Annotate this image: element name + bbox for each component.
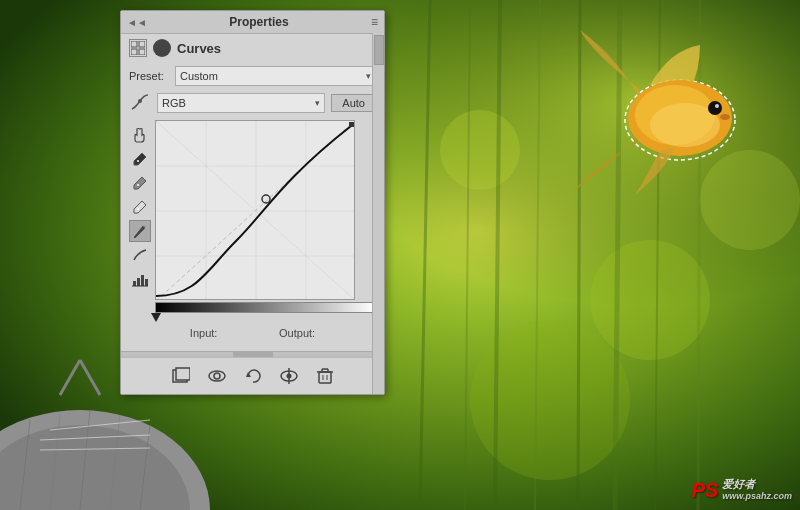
collapse-button[interactable]: ◄◄ [127,17,147,28]
svg-point-4 [700,150,800,250]
curves-graph-container [155,120,376,313]
svg-point-37 [138,99,142,103]
curves-title: Curves [177,41,221,56]
histogram-tool-button[interactable] [129,268,151,290]
hand-icon [132,127,148,143]
scrollbar-thumb[interactable] [374,35,384,65]
layer-type-icon[interactable] [153,39,171,57]
visibility-toggle-button[interactable] [205,364,229,388]
svg-rect-41 [133,281,136,286]
curve-channel-icon[interactable] [129,92,151,114]
auto-button[interactable]: Auto [331,94,376,112]
preset-label: Preset: [129,70,169,82]
preset-value: Custom [180,70,218,82]
svg-point-59 [214,373,220,379]
eyedropper-black-button[interactable] [129,148,151,170]
eyedropper-black-icon [132,151,148,167]
svg-point-2 [590,240,710,360]
ps-logo: PS [692,479,719,502]
curves-section [129,120,376,313]
gradient-bar-container [155,302,376,313]
eye-icon [280,367,298,385]
pencil-icon [132,223,148,239]
preset-dropdown[interactable]: Custom ▾ [175,66,376,86]
svg-line-13 [698,0,700,510]
watermark-text: 爱好者 www.psahz.com [722,478,792,502]
grid-svg [131,41,145,55]
panel-menu-button[interactable]: ≡ [371,15,378,29]
panel-body: Preset: Custom ▾ RGB ▾ Auto [121,62,384,347]
curves-tools [129,124,151,290]
new-layer-icon [172,367,190,385]
watermark-name: 爱好者 [722,478,792,491]
svg-point-30 [708,101,722,115]
gradient-bar [155,302,376,313]
preset-row: Preset: Custom ▾ [129,66,376,86]
channel-chevron-icon: ▾ [315,98,320,108]
hand-tool-button[interactable] [129,124,151,146]
delete-button[interactable] [313,364,337,388]
pencil-tool-button[interactable] [129,220,151,242]
svg-rect-36 [139,49,145,55]
eye-button[interactable] [277,364,301,388]
eyedropper-gray-icon [132,175,148,191]
black-point-slider[interactable] [151,313,161,322]
histogram-icon [132,271,148,287]
svg-rect-35 [131,49,137,55]
svg-rect-42 [137,278,140,286]
io-labels-row: Input: Output: [129,325,376,343]
adjustments-grid-icon[interactable] [129,39,147,57]
watermark-url: www.psahz.com [722,491,792,502]
svg-point-31 [715,104,719,108]
panel-footer [121,357,384,394]
svg-point-32 [720,114,730,120]
new-layer-button[interactable] [169,364,193,388]
smooth-tool-button[interactable] [129,244,151,266]
visibility-icon [208,367,226,385]
curves-header: Curves [121,34,384,62]
curve-icon-svg [130,93,150,113]
svg-point-5 [440,110,520,190]
eyedropper-gray-button[interactable] [129,172,151,194]
svg-rect-43 [141,275,144,286]
channel-row: RGB ▾ Auto [129,92,376,114]
panel-scrollbar[interactable] [372,33,384,394]
input-label: Input: [190,327,218,339]
curves-graph[interactable] [155,120,355,300]
eyedropper-white-button[interactable] [129,196,151,218]
preset-chevron-icon: ▾ [366,71,371,81]
svg-rect-55 [349,122,354,127]
svg-point-39 [137,184,139,186]
reset-icon [244,367,262,385]
reset-button[interactable] [241,364,265,388]
svg-rect-33 [131,41,137,47]
svg-rect-64 [319,372,331,383]
svg-rect-57 [176,368,190,380]
svg-line-10 [578,0,580,510]
panel-titlebar: ◄◄ Properties ≡ [121,11,384,34]
channel-dropdown[interactable]: RGB ▾ [157,93,325,113]
output-label: Output: [279,327,315,339]
smooth-icon [132,247,148,263]
svg-rect-34 [139,41,145,47]
channel-value: RGB [162,97,186,109]
svg-rect-44 [145,279,148,286]
svg-point-38 [137,160,139,162]
trash-icon [316,367,334,385]
properties-panel: ◄◄ Properties ≡ Curves Preset: Custom ▾ [120,10,385,395]
eyedropper-white-icon [132,199,148,215]
watermark: PS 爱好者 www.psahz.com [692,478,792,502]
svg-point-40 [137,208,139,210]
panel-title: Properties [229,15,288,29]
